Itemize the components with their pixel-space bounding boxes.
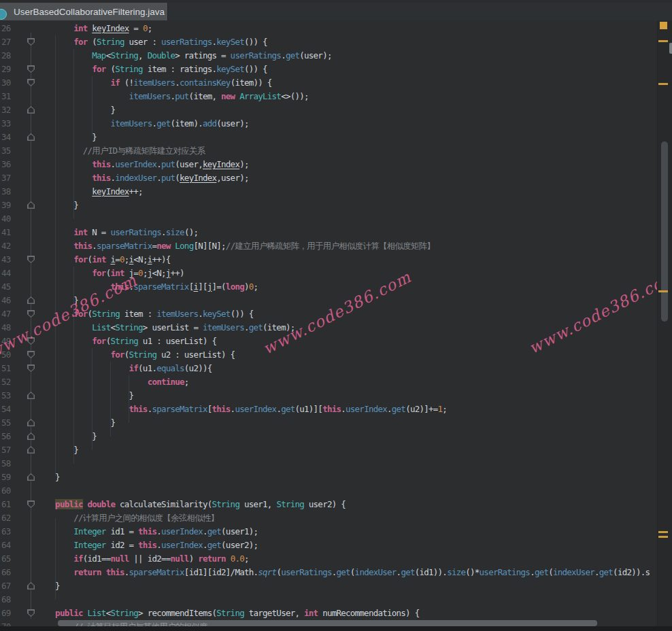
- code-line[interactable]: }: [37, 416, 115, 430]
- line-number[interactable]: 26: [1, 22, 11, 35]
- line-number[interactable]: 58: [1, 457, 11, 471]
- line-number[interactable]: 34: [1, 131, 11, 144]
- code-line[interactable]: itemUsers.put(item, new ArrayList<>());: [37, 90, 309, 103]
- warning-stripe-mark[interactable]: [658, 290, 668, 292]
- fold-collapse-icon[interactable]: [27, 65, 35, 73]
- code-line[interactable]: keyIndex++;: [37, 185, 143, 199]
- code-line[interactable]: this.sparseMatrix=new Long[N][N];//建立用户稀…: [37, 239, 435, 253]
- line-number[interactable]: 66: [1, 566, 11, 579]
- line-number[interactable]: 28: [1, 49, 11, 63]
- code-line[interactable]: List<String> userList = itemUsers.get(it…: [37, 321, 295, 335]
- line-number[interactable]: 68: [1, 593, 11, 607]
- line-number[interactable]: 37: [1, 171, 11, 185]
- horizontal-scrollbar-thumb[interactable]: [58, 620, 597, 626]
- line-number[interactable]: 67: [1, 579, 11, 593]
- line-number[interactable]: 59: [1, 471, 11, 484]
- fold-end-icon[interactable]: [27, 473, 35, 481]
- code-line[interactable]: }: [37, 471, 60, 484]
- line-number[interactable]: 64: [1, 539, 11, 552]
- warning-stripe-mark[interactable]: [658, 40, 668, 42]
- code-line[interactable]: }: [37, 199, 78, 212]
- line-number[interactable]: 31: [1, 90, 11, 103]
- line-number[interactable]: 63: [1, 525, 11, 539]
- code-line[interactable]: public List<String> recommendItems(Strin…: [37, 607, 419, 620]
- line-number[interactable]: 51: [1, 362, 11, 375]
- code-line[interactable]: int keyIndex = 0;: [37, 22, 152, 35]
- fold-end-icon[interactable]: [27, 133, 35, 141]
- line-number[interactable]: 38: [1, 185, 11, 199]
- code-line[interactable]: Integer id1 = this.userIndex.get(user1);: [37, 525, 258, 539]
- line-number[interactable]: 33: [1, 117, 11, 131]
- code-line[interactable]: this.sparseMatrix[i][j]=(long)0;: [37, 280, 258, 294]
- fold-collapse-icon[interactable]: [27, 364, 35, 372]
- vertical-scrollbar-thumb[interactable]: [661, 141, 668, 322]
- code-line[interactable]: for (String item : ratings.keySet()) {: [37, 63, 267, 76]
- line-number[interactable]: 43: [1, 253, 11, 267]
- code-line[interactable]: this.indexUser.put(keyIndex,user);: [37, 171, 249, 185]
- line-number[interactable]: 53: [1, 389, 11, 403]
- fold-end-icon[interactable]: [27, 419, 35, 426]
- fold-collapse-icon[interactable]: [27, 79, 35, 86]
- fold-collapse-icon[interactable]: [27, 337, 35, 345]
- line-number[interactable]: 49: [1, 335, 11, 348]
- code-line[interactable]: if (!itemUsers.containsKey(item)) {: [37, 76, 272, 90]
- code-line[interactable]: }: [37, 579, 60, 593]
- code-line[interactable]: }: [37, 294, 78, 307]
- fold-end-icon[interactable]: [27, 106, 35, 114]
- fold-end-icon[interactable]: [27, 392, 35, 399]
- code-line[interactable]: //计算用户之间的相似度【余弦相似性】: [37, 511, 219, 525]
- code-line[interactable]: for(String u1 : userList) {: [37, 335, 216, 348]
- code-editor[interactable]: 2627282930313233343536373839404142434445…: [0, 20, 672, 631]
- line-number[interactable]: 56: [1, 430, 11, 443]
- code-line[interactable]: continue;: [37, 375, 189, 389]
- code-line[interactable]: //用户ID与稀疏矩阵建立对应关系: [37, 144, 205, 158]
- code-line[interactable]: for (String user : userRatings.keySet())…: [37, 35, 267, 49]
- line-number[interactable]: 39: [1, 199, 11, 212]
- code-line[interactable]: for(String item : itemUsers.keySet()) {: [37, 307, 254, 321]
- line-number[interactable]: 60: [1, 484, 11, 498]
- fold-collapse-icon[interactable]: [27, 500, 35, 508]
- line-number[interactable]: 40: [1, 212, 11, 226]
- line-number[interactable]: 30: [1, 76, 11, 90]
- code-line[interactable]: }: [37, 389, 133, 403]
- code-line[interactable]: public double calculateSimilarity(String…: [37, 498, 346, 511]
- line-number[interactable]: 57: [1, 443, 11, 457]
- line-number[interactable]: 41: [1, 226, 11, 239]
- code-line[interactable]: int N = userRatings.size();: [37, 226, 198, 239]
- fold-end-icon[interactable]: [27, 296, 35, 304]
- line-number[interactable]: 48: [1, 321, 11, 335]
- line-number[interactable]: 69: [1, 607, 11, 620]
- line-number[interactable]: 45: [1, 280, 11, 294]
- fold-collapse-icon[interactable]: [27, 38, 35, 46]
- code-line[interactable]: for(int i=0;i<N;i++){: [37, 253, 171, 267]
- code-line[interactable]: if(u1.equals(u2)){: [37, 362, 212, 375]
- line-number[interactable]: 46: [1, 294, 11, 307]
- line-number[interactable]: 65: [1, 552, 11, 566]
- code-line[interactable]: return this.sparseMatrix[id1][id2]/Math.…: [37, 566, 650, 579]
- code-line[interactable]: itemUsers.get(item).add(user);: [37, 117, 249, 131]
- error-stripe[interactable]: [657, 20, 672, 631]
- fold-end-icon[interactable]: [27, 432, 35, 440]
- line-number[interactable]: 36: [1, 158, 11, 171]
- line-number[interactable]: 55: [1, 416, 11, 430]
- fold-collapse-icon[interactable]: [27, 310, 35, 318]
- code-line[interactable]: if(id1==null || id2==null) return 0.0;: [37, 552, 249, 566]
- fold-end-icon[interactable]: [27, 446, 35, 454]
- code-line[interactable]: }: [37, 103, 115, 117]
- line-number[interactable]: 32: [1, 103, 11, 117]
- tab-userbasedcollaborativefiltering[interactable]: UserBasedCollaborativeFiltering.java ×: [0, 3, 167, 20]
- mini-scrollbar-thumb[interactable]: [669, 43, 672, 54]
- line-number[interactable]: 50: [1, 348, 11, 362]
- code-line[interactable]: this.userIndex.put(user,keyIndex);: [37, 158, 249, 171]
- code-line[interactable]: }: [37, 131, 97, 144]
- code-line[interactable]: Integer id2 = this.userIndex.get(user2);: [37, 539, 258, 552]
- line-number[interactable]: 44: [1, 267, 11, 280]
- fold-end-icon[interactable]: [27, 582, 35, 590]
- line-number[interactable]: 54: [1, 403, 11, 416]
- line-number[interactable]: 61: [1, 498, 11, 511]
- fold-collapse-icon[interactable]: [27, 256, 35, 263]
- code-line[interactable]: Map<String, Double> ratings = userRating…: [37, 49, 332, 63]
- code-line[interactable]: for(String u2 : userList) {: [37, 348, 235, 362]
- fold-collapse-icon[interactable]: [27, 609, 35, 617]
- warning-stripe-mark[interactable]: [658, 83, 668, 85]
